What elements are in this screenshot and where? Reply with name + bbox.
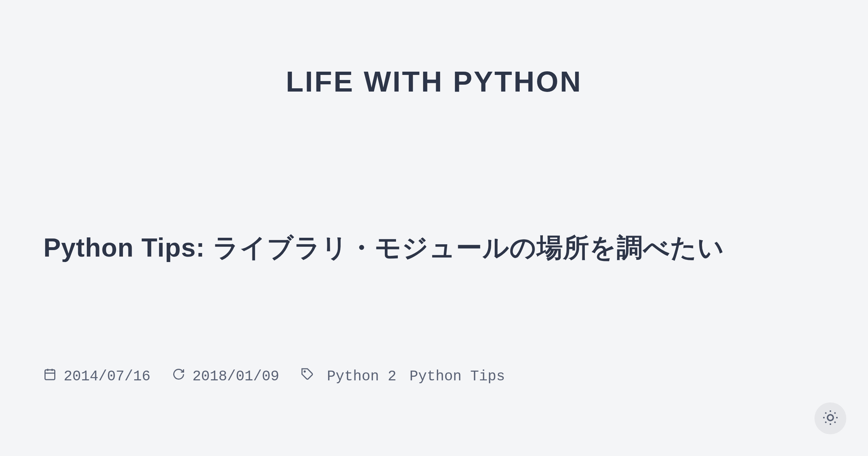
svg-point-4	[304, 371, 305, 372]
refresh-icon	[172, 368, 185, 385]
svg-point-5	[827, 415, 833, 421]
article-title: Python Tips: ライブラリ・モジュールの場所を調べたい	[43, 229, 825, 266]
svg-rect-0	[45, 370, 55, 380]
tags-list: Python 2 Python Tips	[301, 368, 505, 385]
tag-link[interactable]: Python 2	[327, 368, 396, 385]
published-date-item: 2014/07/16	[43, 368, 150, 385]
published-date: 2014/07/16	[64, 368, 150, 385]
calendar-icon	[43, 368, 56, 385]
article-meta: 2014/07/16 2018/01/09 Python 2 Python Ti…	[43, 368, 825, 385]
svg-line-9	[834, 422, 835, 423]
site-title[interactable]: LIFE WITH PYTHON	[43, 65, 825, 98]
svg-line-12	[825, 422, 826, 423]
theme-toggle-button[interactable]	[814, 402, 846, 434]
tag-icon	[301, 368, 314, 385]
svg-line-13	[834, 413, 835, 414]
sun-icon	[822, 409, 839, 428]
updated-date-item: 2018/01/09	[172, 368, 279, 385]
svg-line-8	[825, 413, 826, 414]
tag-link[interactable]: Python Tips	[409, 368, 505, 385]
updated-date: 2018/01/09	[192, 368, 279, 385]
